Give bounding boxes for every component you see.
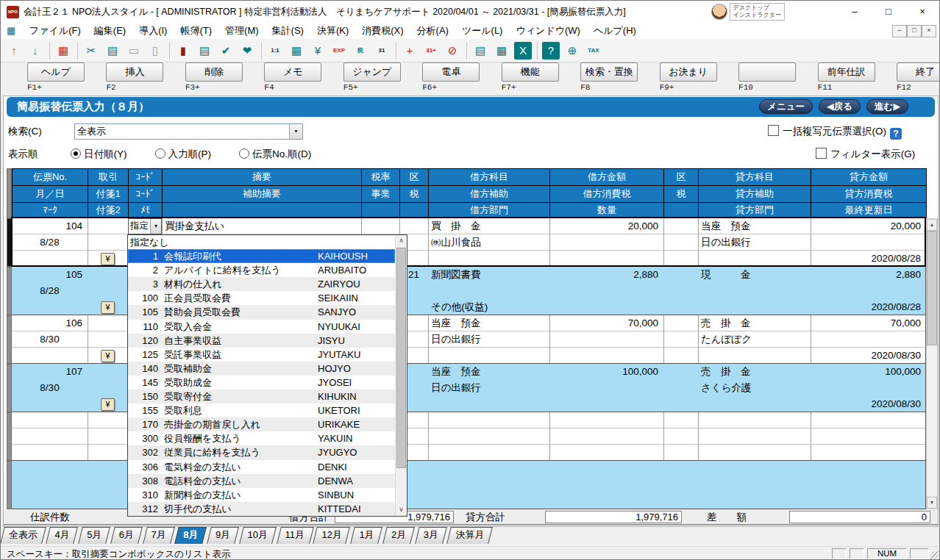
function-key-button[interactable]: 機能 — [502, 62, 559, 82]
tab-jan[interactable]: 1月 — [352, 527, 380, 544]
filter-display-checkbox[interactable]: フィルター表示(G) — [816, 146, 915, 162]
chevron-down-icon[interactable]: ▼ — [289, 124, 302, 139]
debit-sub-cell[interactable]: ㈱山川食品 — [428, 234, 549, 251]
row-selector[interactable] — [7, 267, 12, 315]
chevron-down-icon[interactable]: ▼ — [150, 219, 161, 234]
add-calendar-icon[interactable]: 31+ — [422, 42, 440, 60]
credit-amount-cell[interactable]: 70,000 — [811, 315, 926, 331]
row-selector[interactable] — [7, 218, 12, 267]
export-icon[interactable]: EXP — [330, 42, 348, 60]
賛助会員受取会費[interactable]: 105賛助会員受取会費 SANJYO — [128, 305, 395, 319]
function-key-button[interactable] — [738, 62, 796, 82]
credit-account-cell[interactable]: 当座 預金 — [698, 218, 811, 234]
debit-account-cell[interactable]: 買 掛 金 — [428, 218, 549, 234]
credit-sub-cell[interactable]: たんぽぽク — [698, 331, 811, 348]
scrollbar-thumb[interactable] — [396, 248, 406, 468]
tab-jun[interactable]: 6月 — [113, 527, 140, 544]
menu-closing[interactable]: 決算(K) — [310, 23, 355, 39]
mdi-minimize-button[interactable]: – — [892, 25, 907, 37]
function-key-button[interactable]: 検索・置換 — [580, 62, 638, 82]
voucher-no-cell[interactable]: 105 — [12, 267, 88, 283]
radio-icon[interactable] — [71, 148, 81, 159]
function-key-button[interactable]: ヘルプ — [27, 62, 85, 82]
従業員に給料を支払う[interactable]: 302従業員に給料を支払う JYUGYO — [128, 445, 395, 459]
tab-nov[interactable]: 11月 — [279, 527, 312, 544]
checkbox-icon[interactable] — [816, 148, 827, 159]
credit-amount-cell[interactable]: 20,000 — [811, 218, 926, 234]
材料の仕入れ[interactable]: 3材料の仕入れ ZAIRYOU — [128, 277, 395, 291]
受取補助金[interactable]: 140受取補助金 HOJYO — [128, 362, 395, 376]
date-cell[interactable]: 8/28 — [12, 234, 88, 251]
table-scrollbar[interactable]: ▲ ▼ — [926, 218, 938, 509]
favorites-icon[interactable]: ❤ — [238, 42, 256, 60]
dropdown-scrollbar[interactable]: ∧ ∨ — [395, 235, 407, 516]
切手代の支払い[interactable]: 312切手代の支払い KITTEDAI — [128, 502, 395, 516]
menu-window[interactable]: ウィンドウ(W) — [509, 23, 586, 39]
受取入会金[interactable]: 110受取入会金 NYUUKAI — [128, 320, 395, 334]
resize-grip[interactable] — [930, 551, 939, 560]
mark-cell[interactable]: ¥ — [88, 299, 128, 315]
slip-entry-icon[interactable]: ▦ — [54, 42, 72, 60]
calendar-31-icon[interactable]: 31 — [373, 42, 391, 60]
easy-entry-icon[interactable]: 1:1 — [266, 42, 284, 60]
mdi-restore-button[interactable]: □ — [907, 25, 922, 37]
debit-amount-cell[interactable]: 70,000 — [549, 315, 663, 331]
tax-slip-icon[interactable]: 税 — [352, 42, 369, 60]
menu-button[interactable]: メニュー — [759, 99, 813, 114]
close-button[interactable]: × — [905, 1, 939, 23]
mark-cell[interactable]: ¥ — [88, 251, 128, 267]
debit-amount-cell[interactable]: 100,000 — [549, 364, 663, 380]
radio-input-order[interactable]: 入力順(P) — [155, 146, 212, 162]
tax-calc-icon[interactable]: TAX — [585, 42, 602, 60]
tab-dec[interactable]: 12月 — [315, 527, 348, 544]
menu-summary[interactable]: 集計(S) — [266, 23, 310, 39]
menu-edit[interactable]: 編集(E) — [88, 23, 132, 39]
desktop-instructor-button[interactable]: デスクトップインストラクター — [711, 3, 785, 21]
menu-manage[interactable]: 管理(M) — [218, 23, 266, 39]
maximize-button[interactable]: □ — [872, 1, 905, 23]
tab-aug[interactable]: 8月 — [177, 527, 204, 544]
help-icon[interactable]: ? — [890, 128, 902, 140]
credit-sub-cell[interactable]: さくら介護 — [698, 380, 811, 396]
summary-cell[interactable]: 買掛金支払い — [162, 218, 361, 234]
radio-voucher-no-order[interactable]: 伝票No.順(D) — [239, 146, 311, 162]
back-button[interactable]: ◀戻る — [819, 99, 861, 114]
row-selector[interactable] — [7, 412, 12, 461]
row-selector[interactable] — [7, 364, 12, 412]
debit-sub-cell[interactable]: 日の出銀行 — [428, 331, 549, 348]
menu-setup[interactable]: 導入(I) — [132, 23, 174, 39]
新聞料金の支払い[interactable]: 310新聞料金の支払い SINBUN — [128, 488, 395, 502]
tab-mar[interactable]: 3月 — [417, 527, 445, 544]
date-cell[interactable]: 8/30 — [12, 331, 88, 348]
受託事業収益[interactable]: 125受託事業収益 JYUTAKU — [128, 348, 395, 362]
会報誌印刷代[interactable]: 1会報誌印刷代 KAIHOUSH — [128, 249, 395, 263]
menu-consumption-tax[interactable]: 消費税(X) — [355, 23, 410, 39]
row-selector[interactable] — [7, 461, 12, 509]
正会員受取会費[interactable]: 100正会員受取会費 SEIKAIIN — [128, 291, 395, 305]
paste-icon[interactable]: ▯ — [146, 42, 164, 60]
function-key-button[interactable]: 電卓 — [422, 62, 480, 82]
mark-cell[interactable]: ¥ — [88, 348, 128, 364]
receive-data-icon[interactable]: ↑ — [5, 42, 23, 60]
受取利息[interactable]: 155受取利息 UKETORI — [128, 403, 395, 417]
自主事業収益[interactable]: 120自主事業収益 JISYU — [128, 334, 395, 348]
scrollbar-thumb[interactable] — [927, 231, 937, 345]
function-key-button[interactable]: 挿入 — [106, 62, 163, 82]
forward-button[interactable]: 進む▶ — [866, 99, 908, 114]
debit-account-cell[interactable]: 当座 預金 — [428, 315, 549, 331]
menu-tools[interactable]: ツール(L) — [455, 23, 510, 39]
tab-sep[interactable]: 9月 — [209, 527, 237, 544]
credit-amount-cell[interactable]: 2,880 — [811, 267, 926, 283]
tab-closing[interactable]: 決算月 — [449, 527, 491, 544]
save-data-icon[interactable]: ↓ — [26, 42, 44, 60]
受取助成金[interactable]: 145受取助成金 JYOSEI — [128, 376, 395, 390]
row-selector[interactable] — [7, 315, 12, 364]
money-entry-icon[interactable]: ¥ — [309, 42, 327, 60]
keyboard-entry-icon[interactable]: ▦ — [288, 42, 305, 60]
debit-department-cell[interactable]: その他(収益) — [428, 299, 549, 315]
debit-amount-cell[interactable]: 2,880 — [549, 267, 663, 283]
役員報酬を支払う[interactable]: 300役員報酬を支払う YAKUIN — [128, 431, 395, 445]
ledger-list-icon[interactable]: ▦ — [493, 42, 510, 60]
tab-feb[interactable]: 2月 — [385, 527, 413, 544]
debit-sub-cell[interactable]: 日の出銀行 — [428, 380, 549, 396]
